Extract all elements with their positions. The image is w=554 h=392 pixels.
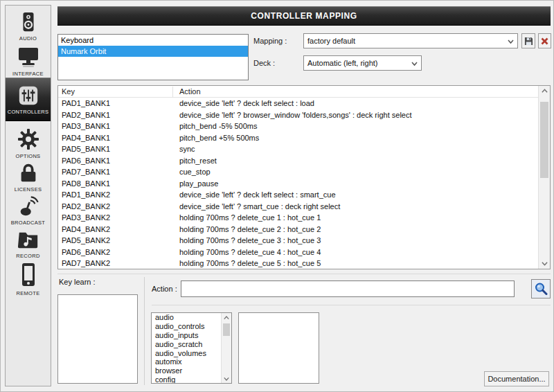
delete-mapping-button[interactable]	[538, 33, 551, 48]
category-item[interactable]: audio	[152, 313, 231, 322]
sidebar-item-audio[interactable]: AUDIO	[6, 11, 51, 42]
sidebar-item-controllers[interactable]: CONTROLLERS	[6, 78, 51, 121]
page-title-bar: CONTROLLER MAPPING	[57, 6, 551, 26]
category-scrollbar[interactable]	[221, 313, 231, 383]
chevron-down-icon	[507, 37, 515, 45]
search-action-button[interactable]	[531, 279, 551, 299]
broadcast-icon	[17, 195, 39, 217]
device-list-item-selected[interactable]: Numark Orbit	[58, 46, 248, 57]
table-row[interactable]: PAD4_BANK1pitch_bend +5% 500ms	[58, 132, 550, 144]
category-item[interactable]: audio_scratch	[152, 340, 231, 349]
table-scrollbar[interactable]	[538, 86, 550, 269]
scroll-down-icon[interactable]	[222, 374, 231, 383]
scroll-up-icon[interactable]	[539, 86, 550, 96]
record-icon	[17, 229, 39, 251]
column-header-key[interactable]: Key	[62, 86, 75, 98]
table-row[interactable]: PAD3_BANK1pitch_bend -5% 500ms	[58, 121, 550, 132]
device-list-item[interactable]: Keyboard	[58, 35, 248, 46]
column-header-action[interactable]: Action	[179, 86, 201, 98]
category-item[interactable]: config	[152, 375, 231, 384]
mapping-select[interactable]: factory default	[303, 33, 518, 48]
speaker-icon	[17, 11, 39, 33]
sidebar-item-label: OPTIONS	[16, 153, 41, 159]
table-row[interactable]: PAD6_BANK1pitch_reset	[58, 155, 550, 167]
deck-label: Deck :	[253, 59, 275, 67]
action-input[interactable]	[181, 280, 515, 297]
table-row[interactable]: PAD2_BANK1device_side 'left' ? browser_w…	[58, 109, 550, 121]
scroll-down-icon[interactable]	[539, 258, 550, 269]
remote-icon	[17, 262, 40, 288]
sidebar-item-remote[interactable]: REMOTE	[6, 262, 51, 296]
mapping-value: factory default	[307, 37, 355, 45]
save-icon	[524, 37, 533, 46]
category-item[interactable]: audio_volumes	[152, 349, 231, 358]
deck-value: Automatic (left, right)	[307, 59, 377, 67]
horizontal-divider	[152, 305, 551, 305]
table-header: Key Action	[58, 86, 550, 98]
settings-sidebar: AUDIO INTERFACE CONTROLLERS OPTIONS LICE	[5, 5, 51, 386]
sidebar-item-label: CONTROLLERS	[8, 109, 49, 115]
sidebar-item-label: BROADCAST	[11, 220, 45, 226]
sidebar-item-label: REMOTE	[17, 290, 40, 296]
save-mapping-button[interactable]	[521, 33, 535, 48]
mapping-label: Mapping :	[253, 37, 287, 45]
sidebar-item-options[interactable]: OPTIONS	[6, 127, 51, 159]
scroll-up-icon[interactable]	[222, 313, 231, 322]
vertical-divider	[144, 277, 145, 385]
table-row[interactable]: PAD3_BANK2holding 700ms ? delete_cue 1 :…	[58, 212, 550, 224]
gear-icon	[17, 127, 40, 151]
monitor-icon	[17, 45, 40, 69]
category-scrollbar-thumb[interactable]	[223, 323, 230, 336]
sidebar-item-interface[interactable]: INTERFACE	[6, 45, 51, 77]
sidebar-item-broadcast[interactable]: BROADCAST	[6, 195, 51, 226]
category-item[interactable]: browser	[152, 366, 231, 375]
mapping-table: Key Action PAD1_BANK1device_side 'left' …	[57, 85, 551, 269]
action-label: Action :	[152, 285, 177, 293]
sidebar-item-label: RECORD	[16, 253, 39, 259]
category-item[interactable]: audio_controls	[152, 322, 231, 331]
mixer-icon	[17, 84, 39, 107]
action-parameter-list[interactable]	[238, 312, 319, 384]
deck-select[interactable]: Automatic (left, right)	[303, 55, 422, 71]
table-row[interactable]: PAD5_BANK2holding 700ms ? delete_cue 3 :…	[58, 235, 550, 247]
table-row[interactable]: PAD2_BANK2device_side 'left' ? smart_cue…	[58, 201, 550, 213]
chevron-down-icon	[411, 60, 418, 67]
controller-mapping-window: AUDIO INTERFACE CONTROLLERS OPTIONS LICE	[0, 0, 554, 392]
table-row[interactable]: PAD7_BANK2holding 700ms ? delete_cue 5 :…	[58, 258, 550, 269]
sidebar-item-licenses[interactable]: LICENSES	[6, 162, 51, 193]
page-title: CONTROLLER MAPPING	[251, 11, 357, 21]
lock-icon	[17, 162, 39, 184]
key-learn-list[interactable]	[57, 294, 138, 384]
table-row[interactable]: PAD7_BANK1cue_stop	[58, 166, 550, 178]
table-row[interactable]: PAD1_BANK2device_side 'left' ? deck left…	[58, 189, 550, 201]
table-row[interactable]: PAD4_BANK2holding 700ms ? delete_cue 2 :…	[58, 224, 550, 235]
category-item[interactable]: automix	[152, 357, 231, 366]
category-item[interactable]: audio_inputs	[152, 331, 231, 340]
key-learn-label: Key learn :	[59, 278, 96, 286]
delete-x-icon	[541, 37, 548, 45]
column-divider	[172, 87, 173, 97]
bottom-panel-divider	[57, 274, 551, 274]
table-scrollbar-thumb[interactable]	[540, 102, 548, 178]
sidebar-item-record[interactable]: RECORD	[6, 229, 51, 259]
sidebar-item-label: INTERFACE	[12, 71, 44, 77]
table-row[interactable]: PAD1_BANK1device_side 'left' ? deck left…	[58, 98, 550, 109]
action-category-list: audio audio_controls audio_inputs audio_…	[151, 312, 232, 384]
table-row[interactable]: PAD5_BANK1sync	[58, 143, 550, 155]
device-list: Keyboard Numark Orbit	[57, 34, 249, 80]
table-row[interactable]: PAD6_BANK2holding 700ms ? delete_cue 4 :…	[58, 247, 550, 258]
sidebar-item-label: LICENSES	[15, 186, 42, 193]
sidebar-item-label: AUDIO	[19, 35, 37, 42]
documentation-button[interactable]: Documentation...	[484, 371, 549, 386]
search-icon	[534, 282, 548, 296]
table-row[interactable]: PAD8_BANK1play_pause	[58, 178, 550, 190]
